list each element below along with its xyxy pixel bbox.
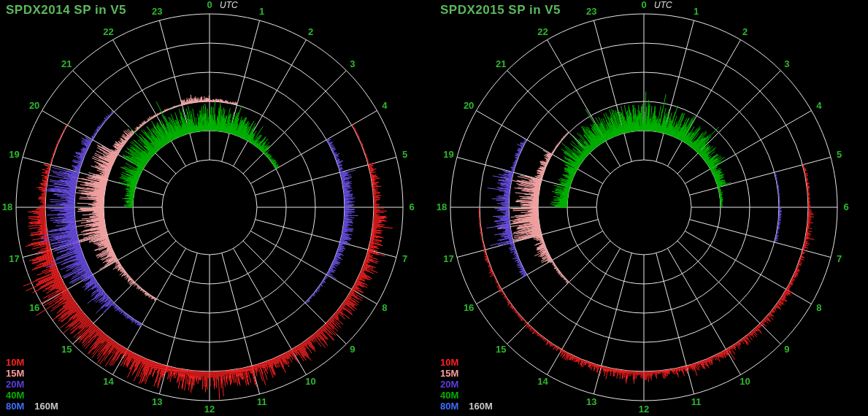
legend-row: 10M xyxy=(6,357,58,368)
legend-row: 20M xyxy=(440,379,493,390)
legend-item-40M: 40M xyxy=(6,390,24,401)
legend-item-80M: 80M xyxy=(440,401,458,412)
legend-item-160M: 160M xyxy=(34,401,58,412)
charts-row: SPDX2014 SP in V5 10M15M20M40M80M160M SP… xyxy=(0,0,868,416)
band-legend-2014: 10M15M20M40M80M160M xyxy=(6,357,58,412)
legend-row: 40M xyxy=(440,390,493,401)
legend-row: 15M xyxy=(6,368,58,379)
legend-row: 15M xyxy=(440,368,493,379)
band-legend-2015: 10M15M20M40M80M160M xyxy=(440,357,493,412)
legend-row: 80M160M xyxy=(440,401,493,412)
legend-item-10M: 10M xyxy=(440,357,458,368)
legend-row: 40M xyxy=(6,390,58,401)
chart-title-2015: SPDX2015 SP in V5 xyxy=(440,3,561,18)
legend-item-15M: 15M xyxy=(440,368,458,379)
legend-item-80M: 80M xyxy=(6,401,24,412)
legend-row: 20M xyxy=(6,379,58,390)
legend-item-10M: 10M xyxy=(6,357,24,368)
polar-chart-canvas-2015 xyxy=(434,0,868,416)
legend-item-15M: 15M xyxy=(6,368,24,379)
legend-item-20M: 20M xyxy=(6,379,24,390)
legend-row: 80M160M xyxy=(6,401,58,412)
page: { "app": { "background": "#000000", "gri… xyxy=(0,0,868,416)
chart-spdx2015: SPDX2015 SP in V5 10M15M20M40M80M160M xyxy=(434,0,868,416)
legend-row: 10M xyxy=(440,357,493,368)
legend-item-20M: 20M xyxy=(440,379,458,390)
chart-title-2014: SPDX2014 SP in V5 xyxy=(6,3,126,18)
polar-chart-canvas-2014 xyxy=(0,0,434,416)
legend-item-160M: 160M xyxy=(469,401,493,412)
chart-spdx2014: SPDX2014 SP in V5 10M15M20M40M80M160M xyxy=(0,0,434,416)
legend-item-40M: 40M xyxy=(440,390,458,401)
